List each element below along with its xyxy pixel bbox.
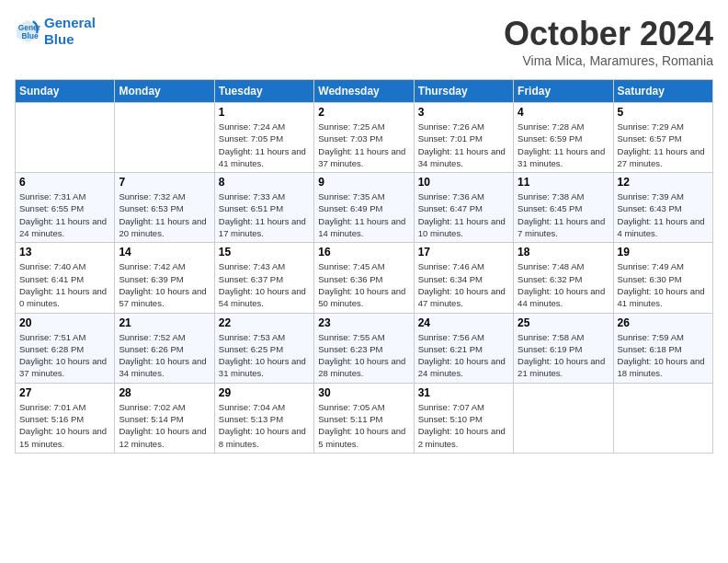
day-number: 6: [19, 176, 110, 189]
title-block: October 2024 Vima Mica, Maramures, Roman…: [504, 15, 713, 68]
calendar-cell: [115, 103, 214, 173]
calendar-cell: 23Sunrise: 7:55 AM Sunset: 6:23 PM Dayli…: [314, 313, 414, 383]
day-number: 14: [119, 246, 210, 259]
day-number: 21: [119, 316, 210, 329]
day-number: 31: [418, 386, 509, 399]
day-number: 27: [19, 386, 110, 399]
day-number: 26: [618, 316, 709, 329]
day-number: 15: [219, 246, 310, 259]
day-number: 28: [119, 386, 210, 399]
day-number: 10: [418, 176, 509, 189]
day-info: Sunrise: 7:07 AM Sunset: 5:10 PM Dayligh…: [418, 401, 509, 450]
day-number: 17: [418, 246, 509, 259]
logo-general: General: [44, 15, 96, 31]
day-info: Sunrise: 7:51 AM Sunset: 6:28 PM Dayligh…: [19, 331, 110, 380]
day-info: Sunrise: 7:58 AM Sunset: 6:19 PM Dayligh…: [518, 331, 609, 380]
day-number: 8: [219, 176, 310, 189]
day-info: Sunrise: 7:33 AM Sunset: 6:51 PM Dayligh…: [219, 190, 310, 239]
calendar-table: SundayMondayTuesdayWednesdayThursdayFrid…: [15, 79, 713, 454]
day-number: 23: [318, 316, 409, 329]
calendar-cell: 19Sunrise: 7:49 AM Sunset: 6:30 PM Dayli…: [613, 243, 712, 313]
day-of-week-header: Thursday: [414, 80, 513, 103]
calendar-cell: 16Sunrise: 7:45 AM Sunset: 6:36 PM Dayli…: [314, 243, 414, 313]
calendar-cell: 27Sunrise: 7:01 AM Sunset: 5:16 PM Dayli…: [16, 383, 115, 453]
calendar-body: 1Sunrise: 7:24 AM Sunset: 7:05 PM Daylig…: [16, 103, 713, 454]
calendar-cell: 5Sunrise: 7:29 AM Sunset: 6:57 PM Daylig…: [613, 103, 712, 173]
day-of-week-header: Saturday: [613, 80, 712, 103]
day-info: Sunrise: 7:35 AM Sunset: 6:49 PM Dayligh…: [318, 190, 409, 239]
day-info: Sunrise: 7:59 AM Sunset: 6:18 PM Dayligh…: [618, 331, 709, 380]
calendar-cell: 25Sunrise: 7:58 AM Sunset: 6:19 PM Dayli…: [514, 313, 613, 383]
day-info: Sunrise: 7:01 AM Sunset: 5:16 PM Dayligh…: [19, 401, 110, 450]
calendar-cell: 14Sunrise: 7:42 AM Sunset: 6:39 PM Dayli…: [115, 243, 214, 313]
day-info: Sunrise: 7:32 AM Sunset: 6:53 PM Dayligh…: [119, 190, 210, 239]
day-info: Sunrise: 7:24 AM Sunset: 7:05 PM Dayligh…: [219, 121, 310, 169]
calendar-cell: 6Sunrise: 7:31 AM Sunset: 6:55 PM Daylig…: [16, 173, 115, 243]
calendar-cell: 7Sunrise: 7:32 AM Sunset: 6:53 PM Daylig…: [115, 173, 214, 243]
calendar-cell: 12Sunrise: 7:39 AM Sunset: 6:43 PM Dayli…: [613, 173, 712, 243]
location-subtitle: Vima Mica, Maramures, Romania: [504, 53, 713, 68]
day-info: Sunrise: 7:28 AM Sunset: 6:59 PM Dayligh…: [518, 121, 609, 169]
day-number: 7: [119, 176, 210, 189]
day-info: Sunrise: 7:40 AM Sunset: 6:41 PM Dayligh…: [19, 260, 110, 309]
day-info: Sunrise: 7:43 AM Sunset: 6:37 PM Dayligh…: [219, 260, 310, 309]
day-of-week-header: Wednesday: [314, 80, 414, 103]
calendar-week-row: 1Sunrise: 7:24 AM Sunset: 7:05 PM Daylig…: [16, 103, 713, 173]
calendar-cell: [613, 383, 712, 453]
calendar-cell: 29Sunrise: 7:04 AM Sunset: 5:13 PM Dayli…: [214, 383, 313, 453]
logo-icon: General Blue: [15, 18, 40, 44]
calendar-header-row: SundayMondayTuesdayWednesdayThursdayFrid…: [16, 80, 713, 103]
day-info: Sunrise: 7:42 AM Sunset: 6:39 PM Dayligh…: [119, 260, 210, 309]
calendar-cell: 11Sunrise: 7:38 AM Sunset: 6:45 PM Dayli…: [514, 173, 613, 243]
day-info: Sunrise: 7:04 AM Sunset: 5:13 PM Dayligh…: [219, 401, 310, 450]
day-number: 24: [418, 316, 509, 329]
calendar-cell: 22Sunrise: 7:53 AM Sunset: 6:25 PM Dayli…: [214, 313, 313, 383]
day-number: 3: [418, 106, 509, 119]
day-number: 16: [318, 246, 409, 259]
calendar-cell: 20Sunrise: 7:51 AM Sunset: 6:28 PM Dayli…: [16, 313, 115, 383]
day-info: Sunrise: 7:36 AM Sunset: 6:47 PM Dayligh…: [418, 190, 509, 239]
page-header: General Blue General Blue October 2024 V…: [15, 15, 713, 68]
calendar-cell: 9Sunrise: 7:35 AM Sunset: 6:49 PM Daylig…: [314, 173, 414, 243]
calendar-week-row: 13Sunrise: 7:40 AM Sunset: 6:41 PM Dayli…: [16, 243, 713, 313]
day-info: Sunrise: 7:29 AM Sunset: 6:57 PM Dayligh…: [618, 121, 709, 169]
day-info: Sunrise: 7:45 AM Sunset: 6:36 PM Dayligh…: [318, 260, 409, 309]
month-title: October 2024: [504, 15, 713, 53]
calendar-cell: 21Sunrise: 7:52 AM Sunset: 6:26 PM Dayli…: [115, 313, 214, 383]
calendar-cell: 15Sunrise: 7:43 AM Sunset: 6:37 PM Dayli…: [214, 243, 313, 313]
day-info: Sunrise: 7:31 AM Sunset: 6:55 PM Dayligh…: [19, 190, 110, 239]
svg-text:Blue: Blue: [21, 31, 38, 40]
day-number: 22: [219, 316, 310, 329]
calendar-cell: 4Sunrise: 7:28 AM Sunset: 6:59 PM Daylig…: [514, 103, 613, 173]
day-info: Sunrise: 7:49 AM Sunset: 6:30 PM Dayligh…: [618, 260, 709, 309]
calendar-cell: 3Sunrise: 7:26 AM Sunset: 7:01 PM Daylig…: [414, 103, 513, 173]
calendar-cell: 28Sunrise: 7:02 AM Sunset: 5:14 PM Dayli…: [115, 383, 214, 453]
day-info: Sunrise: 7:05 AM Sunset: 5:11 PM Dayligh…: [318, 401, 409, 450]
calendar-week-row: 6Sunrise: 7:31 AM Sunset: 6:55 PM Daylig…: [16, 173, 713, 243]
day-number: 20: [19, 316, 110, 329]
calendar-cell: 17Sunrise: 7:46 AM Sunset: 6:34 PM Dayli…: [414, 243, 513, 313]
calendar-cell: 2Sunrise: 7:25 AM Sunset: 7:03 PM Daylig…: [314, 103, 414, 173]
day-info: Sunrise: 7:52 AM Sunset: 6:26 PM Dayligh…: [119, 331, 210, 380]
day-info: Sunrise: 7:39 AM Sunset: 6:43 PM Dayligh…: [618, 190, 709, 239]
day-number: 25: [518, 316, 609, 329]
calendar-cell: 18Sunrise: 7:48 AM Sunset: 6:32 PM Dayli…: [514, 243, 613, 313]
calendar-cell: 10Sunrise: 7:36 AM Sunset: 6:47 PM Dayli…: [414, 173, 513, 243]
calendar-week-row: 27Sunrise: 7:01 AM Sunset: 5:16 PM Dayli…: [16, 383, 713, 453]
calendar-week-row: 20Sunrise: 7:51 AM Sunset: 6:28 PM Dayli…: [16, 313, 713, 383]
day-number: 30: [318, 386, 409, 399]
day-info: Sunrise: 7:56 AM Sunset: 6:21 PM Dayligh…: [418, 331, 509, 380]
day-number: 18: [518, 246, 609, 259]
day-info: Sunrise: 7:48 AM Sunset: 6:32 PM Dayligh…: [518, 260, 609, 309]
calendar-cell: 26Sunrise: 7:59 AM Sunset: 6:18 PM Dayli…: [613, 313, 712, 383]
calendar-cell: 1Sunrise: 7:24 AM Sunset: 7:05 PM Daylig…: [214, 103, 313, 173]
day-number: 19: [618, 246, 709, 259]
day-of-week-header: Monday: [115, 80, 214, 103]
day-of-week-header: Sunday: [16, 80, 115, 103]
calendar-cell: 24Sunrise: 7:56 AM Sunset: 6:21 PM Dayli…: [414, 313, 513, 383]
day-info: Sunrise: 7:26 AM Sunset: 7:01 PM Dayligh…: [418, 121, 509, 169]
day-number: 1: [219, 106, 310, 119]
calendar-cell: 8Sunrise: 7:33 AM Sunset: 6:51 PM Daylig…: [214, 173, 313, 243]
logo: General Blue General Blue: [15, 15, 96, 48]
day-of-week-header: Friday: [514, 80, 613, 103]
